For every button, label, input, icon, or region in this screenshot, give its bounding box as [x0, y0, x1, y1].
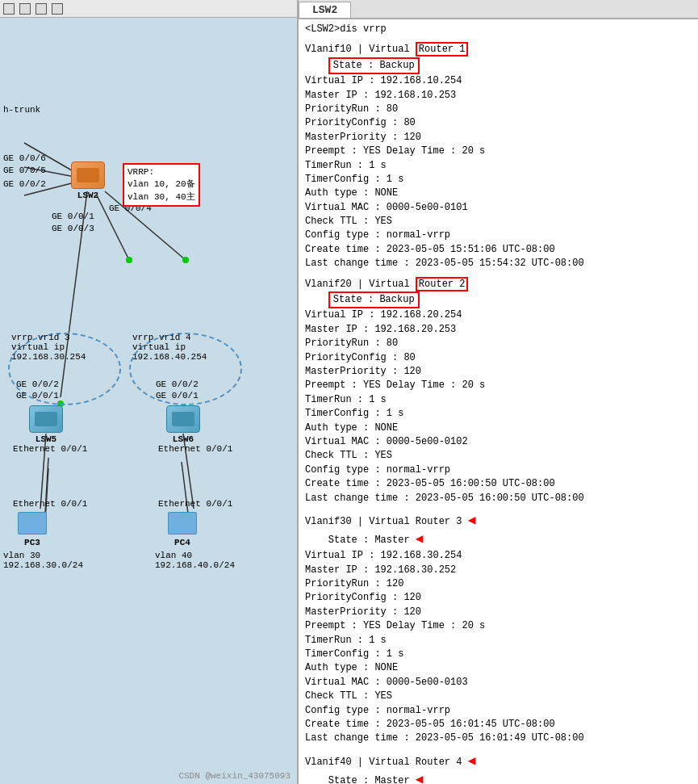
vlanif20-header: Vlanif20 | Virtual Router 2 [305, 278, 692, 291]
arrow-vlanif30: ◀ [468, 514, 476, 528]
console-line: Auth type : NONE [305, 661, 692, 675]
pc4-ip: 192.168.40.0/24 [155, 560, 235, 570]
svg-point-15 [126, 257, 132, 263]
svg-point-14 [182, 257, 189, 263]
ge001-lsw5: GE 0/0/1 [16, 391, 59, 400]
tab-lsw2[interactable]: LSW2 [299, 2, 351, 18]
console-line: Check TTL : YES [305, 690, 692, 703]
ge002-label: GE 0/0/2 [3, 179, 46, 189]
pc3-vlan: vlan 30 [3, 551, 40, 560]
console-line: TimerRun : 1 s [305, 634, 692, 648]
pc3-ip: 192.168.30.0/24 [3, 560, 83, 570]
console-line: Auth type : NONE [305, 187, 692, 200]
console-line: PriorityRun : 80 [305, 337, 692, 350]
console-line: TimerConfig : 1 s [305, 648, 692, 661]
pc3-label: PC3 [24, 538, 40, 547]
ge002-lsw5: GE 0/0/2 [16, 379, 59, 389]
vlanif30-state: State : Master ◀ [305, 530, 692, 549]
eth-lsw5-label: Ethernet 0/0/1 [13, 444, 87, 454]
ge002-lsw6: GE 0/0/2 [156, 379, 199, 389]
ge003-label: GE 0/0/3 [52, 224, 94, 233]
console-line: Master IP : 192.168.10.253 [305, 89, 692, 103]
console-line: Check TTL : YES [305, 449, 692, 463]
console-line: Virtual MAC : 0000-5e00-0103 [305, 676, 692, 690]
vlanif40-state: State : Master ◀ [305, 771, 692, 784]
console-panel: LSW2 <LSW2>dis vrrp Vlanif10 | Virtual R… [299, 0, 698, 784]
vlanif30-section: Vlanif30 | Virtual Router 3 ◀ State : Ma… [305, 512, 692, 746]
vrrp-vrid4-label: vrrp vrid 4 [132, 333, 191, 342]
tab-bar: LSW2 [299, 0, 698, 19]
vlanif20-state: State : Backup [305, 291, 692, 308]
vrrp-annotation-box: VRRP: vlan 10, 20备 vlan 30, 40主 [123, 163, 200, 207]
layout-icon [36, 3, 47, 15]
vlanif40-header: Vlanif40 | Virtual Router 4 ◀ [305, 753, 692, 771]
console-line: Create time : 2023-05-05 15:51:06 UTC-08… [305, 243, 692, 257]
console-output: <LSW2>dis vrrp Vlanif10 | Virtual Router… [299, 19, 698, 784]
console-line: PriorityConfig : 120 [305, 591, 692, 605]
console-line: Auth type : NONE [305, 421, 692, 435]
ge005-label: GE 0/0/5 [3, 166, 46, 175]
eth-lsw6-label: Ethernet 0/0/1 [158, 444, 232, 454]
lsw6-node: LSW6 [166, 405, 200, 444]
window-icon [19, 3, 31, 15]
vlanif10-state: State : Backup [305, 57, 692, 74]
console-line: PriorityRun : 120 [305, 577, 692, 591]
ip3-label: 192.168.30.254 [11, 352, 86, 362]
console-line: Check TTL : YES [305, 215, 692, 228]
console-line: Config type : normal-vrrp [305, 228, 692, 242]
lsw2-label: LSW2 [77, 191, 98, 200]
console-line: Virtual IP : 192.168.30.254 [305, 549, 692, 563]
console-line: Last change time : 2023-05-05 15:54:32 U… [305, 257, 692, 270]
vlanif10-header: Vlanif10 | Virtual Router 1 [305, 43, 692, 57]
console-line: Preempt : YES Delay Time : 20 s [305, 379, 692, 392]
network-diagram-panel: h-trunk GE 0/0/6 GE 0/0/5 GE 0/0/2 GE 0/… [0, 0, 299, 784]
console-line: Config type : normal-vrrp [305, 704, 692, 718]
lsw2-node: LSW2 [71, 161, 105, 200]
ge001-lsw6: GE 0/0/1 [156, 391, 199, 400]
console-line: Preempt : YES Delay Time : 20 s [305, 145, 692, 158]
eth-pc4-label: Ethernet 0/0/1 [158, 499, 232, 509]
console-line: PriorityConfig : 80 [305, 351, 692, 365]
virtual-ip4-label: virtual ip [132, 342, 186, 352]
arrow-state30: ◀ [416, 532, 424, 547]
arrow-state40: ◀ [416, 773, 424, 784]
command-line: <LSW2>dis vrrp [305, 23, 692, 36]
h-trunk-label: h-trunk [3, 105, 40, 115]
console-line: Virtual MAC : 0000-5e00-0102 [305, 435, 692, 449]
console-line: TimerRun : 1 s [305, 159, 692, 173]
vlanif20-section: Vlanif20 | Virtual Router 2 State : Back… [305, 278, 692, 505]
lsw6-label: LSW6 [173, 434, 194, 444]
vlanif30-lines: Virtual IP : 192.168.30.254 Master IP : … [305, 549, 692, 745]
eth-pc3-label: Ethernet 0/0/1 [13, 499, 87, 509]
console-line: TimerConfig : 1 s [305, 173, 692, 187]
console-line: Master IP : 192.168.30.252 [305, 564, 692, 577]
console-line: Virtual MAC : 0000-5e00-0101 [305, 201, 692, 215]
lsw5-label: LSW5 [36, 434, 56, 444]
pc4-label: PC4 [174, 538, 190, 547]
console-line: MasterPriority : 120 [305, 365, 692, 379]
ge001-label: GE 0/0/1 [52, 212, 94, 221]
vlanif20-lines: Virtual IP : 192.168.20.254 Master IP : … [305, 308, 692, 505]
console-line: Last change time : 2023-05-05 16:01:49 U… [305, 732, 692, 745]
console-line: TimerConfig : 1 s [305, 407, 692, 421]
vrrp-line1: VRRP: [127, 166, 195, 178]
virtual-ip3-label: virtual ip [11, 342, 65, 352]
console-line: Create time : 2023-05-05 16:01:45 UTC-08… [305, 718, 692, 732]
ge006-label: GE 0/0/6 [3, 153, 46, 163]
console-line: Master IP : 192.168.20.253 [305, 323, 692, 337]
console-line: Create time : 2023-05-05 16:00:50 UTC-08… [305, 477, 692, 491]
vlanif30-header: Vlanif30 | Virtual Router 3 ◀ [305, 512, 692, 530]
vrrp-line2: vlan 10, 20备 [127, 178, 195, 191]
console-line: Last change time : 2023-05-05 16:00:50 U… [305, 492, 692, 505]
console-line: MasterPriority : 120 [305, 606, 692, 619]
console-line: MasterPriority : 120 [305, 131, 692, 145]
console-line: PriorityRun : 80 [305, 103, 692, 116]
vlanif10-lines: Virtual IP : 192.168.10.254 Master IP : … [305, 74, 692, 270]
pc3-node: PC3 [18, 512, 47, 547]
console-line: Preempt : YES Delay Time : 20 s [305, 619, 692, 633]
vlanif40-section: Vlanif40 | Virtual Router 4 ◀ State : Ma… [305, 753, 692, 784]
arrow-vlanif40: ◀ [468, 754, 476, 769]
console-line: PriorityConfig : 80 [305, 116, 692, 130]
console-line: Virtual IP : 192.168.10.254 [305, 74, 692, 88]
console-line: Config type : normal-vrrp [305, 463, 692, 477]
